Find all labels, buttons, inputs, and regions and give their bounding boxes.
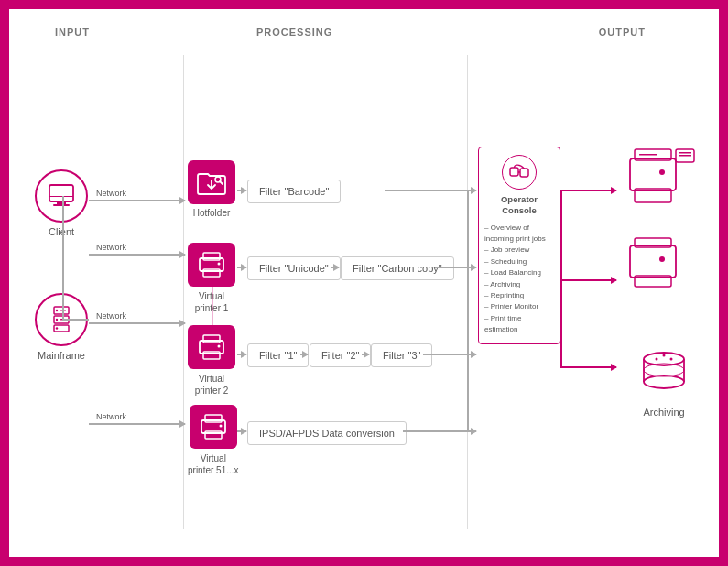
vert-extend (62, 247, 64, 321)
printer-output-2 (625, 236, 699, 291)
svg-rect-35 (630, 245, 676, 278)
filter-carbon-copy: Filter "Carbon copy" (341, 256, 454, 280)
vert-processing-right (467, 190, 469, 354)
filter-1: Filter "1" (247, 343, 309, 367)
svg-point-43 (644, 376, 684, 388)
svg-rect-1 (57, 201, 66, 204)
svg-rect-25 (510, 168, 518, 176)
svg-rect-40 (644, 359, 684, 382)
svg-rect-31 (639, 154, 657, 156)
filter-unicode: Filter "Unicode" (247, 256, 341, 280)
svg-point-24 (219, 425, 222, 428)
operator-console-icon (502, 155, 537, 190)
svg-rect-3 (49, 196, 73, 197)
filter-3: Filter "3" (371, 343, 432, 367)
svg-rect-0 (49, 185, 73, 201)
input-header: INPUT (55, 23, 90, 39)
svg-rect-33 (679, 152, 691, 154)
svg-point-9 (56, 327, 58, 329)
operator-console: OperatorConsole – Overview of incoming p… (478, 147, 560, 344)
filter-ipsd: IPSD/AFPDS Data conversion (247, 421, 407, 445)
divider-input-processing (183, 55, 184, 529)
operator-features: – Overview of incoming print jobs – Job … (484, 223, 554, 336)
svg-rect-27 (630, 158, 676, 190)
vprinter1-icon (196, 251, 227, 278)
filter-2: Filter "2" (310, 343, 371, 367)
svg-point-16 (218, 263, 221, 266)
vp2-node: Virtualprinter 2 (188, 325, 235, 397)
svg-point-8 (56, 319, 58, 321)
svg-point-20 (218, 345, 221, 348)
svg-point-38 (659, 256, 665, 262)
svg-point-7 (56, 310, 58, 311)
archiving-output: Archiving (636, 348, 691, 418)
main-container: INPUT PROCESSING OUTPUT Client (9, 9, 719, 557)
svg-point-47 (670, 358, 673, 361)
vert-vp-connect (212, 284, 213, 334)
horiz-connector-mainframe (62, 319, 89, 321)
svg-rect-2 (53, 204, 70, 206)
client-node: Client (35, 169, 88, 237)
network-line-2: Network (89, 243, 185, 256)
printer-output-1 (625, 145, 699, 209)
svg-rect-34 (679, 155, 691, 157)
network-line-3: Network (89, 311, 185, 324)
processing-header: PROCESSING (256, 23, 332, 39)
hotfolder-node: Hotfolder (188, 160, 235, 218)
vp2-label: Virtualprinter 2 (188, 373, 235, 397)
vert-proc-extend (467, 354, 469, 430)
hotfolder-label: Hotfolder (188, 208, 235, 218)
svg-point-30 (659, 169, 665, 175)
hotfolder-icon (196, 169, 227, 196)
mainframe-node: Mainframe (35, 293, 88, 361)
vprinter51-icon (198, 413, 229, 441)
vp51-label: Virtualprinter 51...x (188, 452, 239, 476)
network-line-4: Network (89, 412, 185, 425)
network-line-1: Network (89, 189, 185, 201)
vp51-node: Virtualprinter 51...x (188, 405, 239, 476)
operator-console-title: OperatorConsole (484, 194, 554, 217)
svg-point-45 (656, 358, 658, 361)
output-header: OUTPUT (599, 23, 646, 39)
filter-barcode: Filter "Barcode" (247, 180, 341, 203)
svg-rect-26 (520, 169, 528, 177)
vprinter2-icon (196, 333, 227, 361)
client-icon (47, 183, 76, 209)
vert-output-line (560, 190, 562, 368)
svg-point-46 (663, 354, 666, 357)
archiving-label: Archiving (636, 407, 691, 418)
